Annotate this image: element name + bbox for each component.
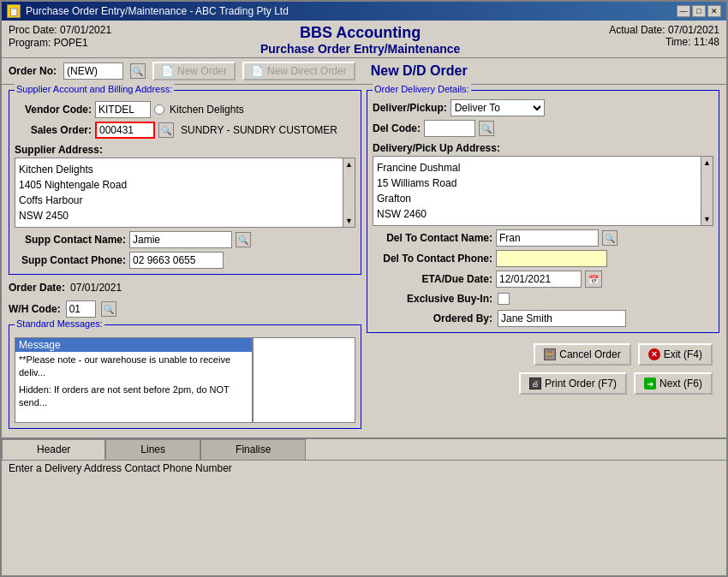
del-addr-line-4: NSW 2460 (377, 206, 697, 222)
vendor-code-label: Vendor Code: (15, 104, 92, 116)
vendor-code-input[interactable] (95, 101, 151, 118)
del-address-scrollbar[interactable]: ▲ ▼ (701, 157, 713, 225)
addr-line-3: Coffs Harbour (19, 193, 339, 208)
cancel-icon: 🧮 (544, 348, 556, 360)
action-buttons-2: 🖨 Print Order (F7) ➜ Next (F6) (367, 372, 719, 395)
wh-code-label: W/H Code: (9, 303, 61, 315)
order-no-label: Order No: (9, 65, 57, 77)
supplier-address-box: Kitchen Delights 1405 Nightengale Road C… (15, 158, 355, 228)
status-bar: Enter a Delivery Address Contact Phone N… (2, 460, 726, 476)
actual-date-label: Actual Date: (609, 24, 665, 36)
program-label: Program: (9, 37, 51, 49)
del-addr-line-1: Francine Dushmal (377, 160, 697, 175)
sales-order-input[interactable] (95, 122, 155, 139)
cancel-order-button[interactable]: 🧮 Cancel Order (534, 343, 630, 366)
eta-label: ETA/Due Date: (373, 273, 492, 285)
sales-order-label: Sales Order: (15, 124, 92, 136)
del-addr-line-2: 15 Williams Road (377, 175, 697, 191)
ordered-by-label: Ordered By: (373, 312, 492, 324)
sales-order-search[interactable]: 🔍 (158, 122, 174, 138)
supp-contact-name-label: Supp Contact Name: (15, 234, 126, 246)
messages-title: Standard Messages: (15, 318, 104, 329)
message-col-header: Message (15, 338, 252, 352)
order-date-label: Order Date: (9, 282, 65, 294)
order-type-label: New D/D Order (371, 63, 468, 79)
maximize-button[interactable]: □ (692, 5, 706, 17)
supplier-group: Supplier Account and Billing Address: Ve… (9, 90, 361, 275)
next-button[interactable]: ➜ Next (F6) (634, 372, 713, 395)
tab-header[interactable]: Header (2, 439, 105, 460)
toolbar: Order No: 🔍 📄 New Order 📄 New Direct Ord… (2, 57, 726, 85)
del-code-search[interactable]: 🔍 (479, 121, 494, 136)
order-date-value: 07/01/2021 (70, 282, 122, 294)
addr-line-2: 1405 Nightengale Road (19, 177, 339, 193)
time-value: 11:48 (694, 36, 719, 48)
messages-group: Standard Messages: Message **Please note… (9, 324, 361, 429)
app-icon: 📋 (7, 4, 21, 18)
app-subtitle: Purchase Order Entry/Maintenance (260, 42, 460, 56)
delivery-group-title: Order Delivery Details: (373, 84, 471, 94)
program-value: POPE1 (54, 37, 88, 49)
new-order-icon: 📄 (161, 65, 174, 77)
message-item-1[interactable]: **Please note - our warehouse is unable … (15, 352, 252, 382)
calendar-button[interactable]: 📅 (585, 271, 602, 288)
message-item-2[interactable]: Hidden: If orders are not sent before 2p… (15, 382, 252, 412)
print-icon: 🖨 (529, 378, 541, 390)
deliver-select[interactable]: Deliver To Pickup (451, 99, 545, 116)
address-label: Supplier Address: (15, 144, 355, 156)
delivery-address-content: Francine Dushmal 15 Williams Road Grafto… (373, 157, 701, 225)
window-title: Purchase Order Entry/Maintenance - ABC T… (26, 5, 289, 17)
delivery-address-box: Francine Dushmal 15 Williams Road Grafto… (373, 156, 713, 226)
ordered-by-input[interactable] (498, 310, 626, 327)
order-no-input[interactable] (63, 62, 123, 80)
eta-input[interactable] (496, 271, 582, 288)
messages-inner: Message **Please note - our warehouse is… (15, 337, 355, 423)
right-panel: Order Delivery Details: Deliver/Pickup: … (367, 90, 719, 429)
supp-contact-search[interactable]: 🔍 (236, 232, 251, 247)
tab-finalise[interactable]: Finalise (200, 439, 306, 460)
exit-icon: ✕ (648, 348, 660, 360)
del-contact-search[interactable]: 🔍 (602, 230, 618, 246)
supp-contact-phone-input[interactable] (129, 252, 224, 269)
excl-checkbox[interactable] (498, 293, 510, 305)
del-phone-input[interactable] (496, 250, 607, 267)
status-message: Enter a Delivery Address Contact Phone N… (9, 462, 232, 474)
order-search-button[interactable]: 🔍 (130, 63, 146, 79)
new-direct-order-icon: 📄 (251, 65, 264, 77)
exit-button[interactable]: ✕ Exit (F4) (638, 343, 713, 366)
minimize-button[interactable]: — (677, 5, 690, 17)
vendor-radio[interactable] (154, 104, 164, 115)
del-phone-label: Del To Contact Phone: (373, 253, 492, 265)
message-detail-panel (253, 337, 355, 423)
del-code-input[interactable] (424, 120, 475, 137)
address-scrollbar[interactable]: ▲ ▼ (343, 158, 355, 227)
next-icon: ➜ (644, 378, 656, 390)
print-order-button[interactable]: 🖨 Print Order (F7) (519, 372, 627, 395)
app-title: BBS Accounting (260, 24, 460, 42)
wh-code-input[interactable] (66, 300, 96, 318)
header-info: Proc Date: 07/01/2021 Program: POPE1 BBS… (2, 21, 726, 57)
del-code-label: Del Code: (373, 122, 421, 134)
supplier-address-content: Kitchen Delights 1405 Nightengale Road C… (15, 158, 343, 227)
action-buttons: 🧮 Cancel Order ✕ Exit (F4) (367, 343, 719, 366)
new-direct-order-button[interactable]: 📄 New Direct Order (242, 62, 355, 80)
del-addr-line-3: Grafton (377, 191, 697, 206)
message-list[interactable]: Message **Please note - our warehouse is… (15, 337, 253, 423)
supp-contact-name-input[interactable] (129, 231, 232, 248)
tab-lines[interactable]: Lines (105, 439, 200, 460)
excl-label: Exclusive Buy-In: (373, 293, 492, 305)
wh-code-search[interactable]: 🔍 (101, 301, 116, 317)
proc-date-label: Proc Date: (9, 24, 57, 36)
supp-contact-phone-label: Supp Contact Phone: (15, 254, 126, 266)
addr-line-1: Kitchen Delights (19, 162, 339, 177)
main-content: Supplier Account and Billing Address: Ve… (2, 85, 726, 434)
supplier-group-title: Supplier Account and Billing Address: (15, 84, 174, 94)
new-order-button[interactable]: 📄 New Order (152, 62, 236, 80)
left-panel: Supplier Account and Billing Address: Ve… (9, 90, 361, 429)
del-address-label: Delivery/Pick Up Address: (373, 142, 713, 154)
del-contact-input[interactable] (496, 229, 599, 247)
close-button[interactable]: ✕ (707, 5, 721, 17)
time-label: Time: (665, 36, 691, 48)
delivery-group: Order Delivery Details: Deliver/Pickup: … (367, 90, 719, 333)
actual-date-value: 07/01/2021 (668, 24, 719, 36)
